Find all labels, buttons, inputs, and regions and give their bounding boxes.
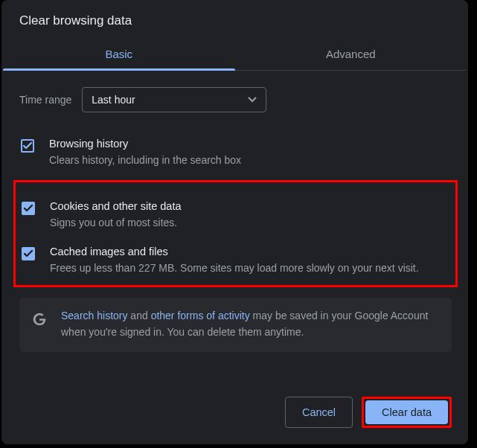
tab-bar: Basic Advanced — [3, 39, 467, 71]
clear-browsing-data-dialog: Clear browsing data Basic Advanced Time … — [1, 0, 468, 444]
google-icon — [31, 311, 48, 327]
checkbox-browsing-history[interactable] — [21, 139, 34, 153]
checkbox-cookies[interactable] — [22, 202, 35, 215]
dialog-title: Clear browsing data — [1, 0, 468, 39]
option-title: Cookies and other site data — [50, 200, 449, 212]
option-cache: Cached images and files Frees up less th… — [22, 241, 449, 281]
option-title: Browsing history — [49, 138, 450, 150]
dialog-footer: Cancel Clear data — [1, 383, 468, 444]
time-range-row: Time range Last hour — [19, 87, 450, 112]
option-desc: Clears history, including in the search … — [49, 153, 450, 168]
clear-data-button[interactable]: Clear data — [365, 400, 448, 424]
option-desc: Signs you out of most sites. — [50, 215, 449, 231]
time-range-select[interactable]: Last hour — [82, 87, 266, 112]
tab-basic[interactable]: Basic — [3, 39, 235, 70]
highlighted-options: Cookies and other site data Signs you ou… — [13, 180, 458, 287]
option-title: Cached images and files — [50, 246, 449, 257]
time-range-value: Last hour — [92, 94, 135, 106]
dialog-body: Time range Last hour Browsing history Cl… — [1, 71, 468, 383]
chevron-down-icon — [248, 97, 257, 103]
link-other-activity[interactable]: other forms of activity — [151, 310, 250, 321]
time-range-label: Time range — [19, 94, 71, 106]
google-account-info: Search history and other forms of activi… — [19, 298, 452, 352]
option-cookies: Cookies and other site data Signs you ou… — [22, 196, 449, 241]
options-list: Browsing history Clears history, includi… — [21, 133, 450, 352]
clear-data-highlight: Clear data — [362, 397, 452, 428]
info-text: Search history and other forms of activi… — [61, 308, 440, 340]
checkbox-cache[interactable] — [22, 247, 35, 260]
tab-advanced[interactable]: Advanced — [235, 39, 467, 70]
option-desc: Frees up less than 227 MB. Some sites ma… — [50, 260, 449, 276]
link-search-history[interactable]: Search history — [61, 310, 127, 321]
cancel-button[interactable]: Cancel — [285, 397, 353, 428]
option-browsing-history: Browsing history Clears history, includi… — [21, 133, 450, 179]
